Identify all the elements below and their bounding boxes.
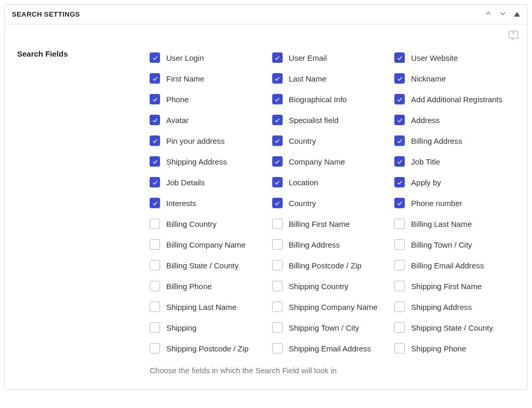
checkbox[interactable] [272,198,283,208]
checkbox[interactable] [150,52,160,63]
checkbox-label[interactable]: Shipping Company Name [289,303,378,311]
checkbox-label[interactable]: Add Additional Registrants [411,95,502,104]
checkbox-label[interactable]: Billing Postcode / Zip [289,261,362,270]
checkbox-label[interactable]: Specialist field [289,116,339,125]
checkbox[interactable] [394,156,405,167]
checkbox-label[interactable]: First Name [166,74,204,83]
checkbox[interactable] [394,73,405,84]
checkbox[interactable] [272,322,283,333]
checkbox[interactable] [272,260,283,270]
checkbox[interactable] [150,156,160,167]
checkbox-label[interactable]: Billing Email Address [411,261,484,270]
checkbox[interactable] [394,135,405,146]
checkbox[interactable] [150,302,160,312]
checkbox[interactable] [150,73,160,84]
checkbox-label[interactable]: Country [289,199,316,208]
checkbox-label[interactable]: Shipping Town / City [289,323,360,332]
checkbox-label[interactable]: Location [289,178,318,187]
checkbox[interactable] [150,260,160,270]
checkbox-label[interactable]: Job Details [166,178,205,187]
checkbox[interactable] [394,177,405,187]
checkbox[interactable] [272,73,283,84]
checkbox-label[interactable]: Shipping [166,323,196,332]
checkbox-label[interactable]: Billing Country [166,220,217,228]
svg-point-1 [513,36,513,36]
checkbox-label[interactable]: User Website [411,53,458,62]
checkbox-label[interactable]: Shipping Phone [411,344,466,353]
checkbox-label[interactable]: Shipping State / County [411,323,493,332]
checkbox-label[interactable]: Pin your address [166,137,225,145]
checkbox-label[interactable]: Shipping Address [411,303,472,311]
checkbox[interactable] [394,239,405,250]
checkbox[interactable] [272,219,283,229]
checkbox[interactable] [272,281,283,291]
checkbox[interactable] [394,343,405,353]
checkbox-label[interactable]: Shipping First Name [411,282,482,291]
checkbox[interactable] [150,135,160,146]
checkbox-label[interactable]: Billing Town / City [411,240,472,249]
checkbox-label[interactable]: Billing Address [289,240,340,249]
checkbox-label[interactable]: Billing Company Name [166,240,246,249]
checkbox-label[interactable]: Apply by [411,178,441,187]
checkbox-label[interactable]: Last Name [289,74,327,83]
checkbox-label[interactable]: Shipping Email Address [289,344,371,353]
checkbox[interactable] [272,343,283,353]
checkbox[interactable] [272,177,283,187]
checkbox[interactable] [394,260,405,270]
checkbox[interactable] [394,281,405,291]
checkbox[interactable] [150,343,160,353]
checkbox[interactable] [394,198,405,208]
checkbox-label[interactable]: Biographical Info [289,95,347,104]
checkbox[interactable] [272,239,283,250]
field-option: Pin your address [150,130,270,151]
checkbox-label[interactable]: Billing First Name [289,220,350,228]
checkbox-label[interactable]: Shipping Last Name [166,303,236,311]
checkbox-label[interactable]: Phone number [411,199,462,208]
checkbox[interactable] [150,94,160,104]
checkbox-label[interactable]: Phone [166,95,189,104]
checkbox[interactable] [150,115,160,125]
field-option: Nickname [394,68,515,89]
checkbox-label[interactable]: Nickname [411,74,446,83]
checkbox-label[interactable]: Billing Last Name [411,220,472,228]
checkbox[interactable] [272,135,283,146]
checkbox[interactable] [272,156,283,167]
field-option: Address [394,110,515,130]
collapse-toggle-icon[interactable] [514,12,520,17]
checkbox-label[interactable]: Billing Address [411,137,462,145]
checkbox[interactable] [272,302,283,312]
move-up-icon[interactable] [485,10,492,19]
help-icon[interactable] [508,30,519,43]
checkbox-label[interactable]: Shipping Address [166,157,227,166]
checkbox-label[interactable]: User Login [166,53,204,62]
checkbox-label[interactable]: Billing Phone [166,282,212,291]
checkbox[interactable] [394,115,405,125]
checkbox[interactable] [272,52,283,63]
checkbox[interactable] [150,177,160,187]
checkbox[interactable] [394,219,405,229]
checkbox-label[interactable]: Country [289,137,316,145]
checkbox-label[interactable]: Billing State / County [166,261,238,270]
checkbox[interactable] [394,322,405,333]
checkbox-label[interactable]: Job Title [411,157,440,166]
checkbox-label[interactable]: Interests [166,199,196,208]
checkbox-label[interactable]: Shipping Postcode / Zip [166,344,248,353]
checkbox[interactable] [150,198,160,208]
checkbox[interactable] [272,115,283,125]
checkbox[interactable] [150,239,160,250]
checkbox-label[interactable]: Address [411,116,440,125]
checkbox-label[interactable]: Shipping Country [289,282,349,291]
checkbox[interactable] [150,322,160,333]
checkbox[interactable] [272,94,283,104]
checkbox[interactable] [150,219,160,229]
checkbox-label[interactable]: Avatar [166,116,189,125]
checkbox-label[interactable]: Company Name [289,157,345,166]
checkbox[interactable] [394,94,405,104]
move-down-icon[interactable] [499,10,507,19]
field-option: Billing State / County [150,255,270,276]
checkbox[interactable] [394,302,405,312]
checkbox-label[interactable]: User Email [289,53,327,62]
checkbox[interactable] [394,52,405,63]
checkbox[interactable] [150,281,160,291]
field-option: Billing Address [272,234,393,255]
